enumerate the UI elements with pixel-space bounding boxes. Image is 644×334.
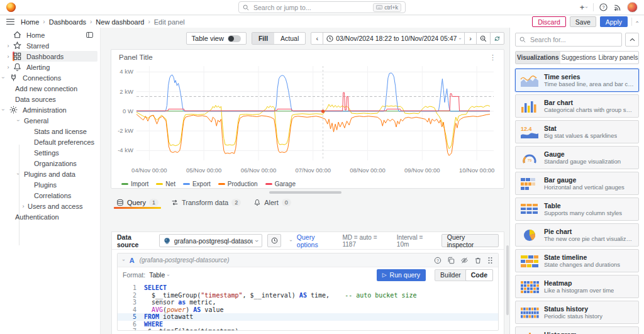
time-shift-forward-button[interactable]: ›: [464, 32, 477, 45]
panel-resize-handle[interactable]: [269, 191, 341, 194]
sql-line[interactable]: 4 AVG(power) AS value: [118, 306, 498, 314]
viz-type-bar-gauge[interactable]: Bar gauge Horizontal and vertical gauges: [515, 172, 639, 195]
datasource-help-button[interactable]: [267, 234, 281, 247]
new-menu-button[interactable]: +›: [580, 3, 587, 12]
sidebar-item-starred[interactable]: › Starred: [0, 40, 100, 51]
collapse-options-icon[interactable]: ›: [634, 21, 640, 23]
viz-type-pie-chart[interactable]: Pie chart The new core pie chart visuali…: [515, 223, 639, 247]
sidebar-item-users-and-access[interactable]: › Users and access: [0, 201, 100, 211]
global-search[interactable]: ctrl+k: [238, 1, 406, 13]
viz-type-status-history[interactable]: Status history Periodic status history: [515, 301, 639, 324]
viz-search[interactable]: [515, 33, 622, 47]
sql-line[interactable]: 1SELECT: [118, 284, 498, 292]
sidebar-item-administration[interactable]: › Administration: [0, 104, 100, 115]
time-series-icon: [520, 74, 539, 87]
format-select[interactable]: Table›: [149, 271, 169, 279]
breadcrumb-item-new-dashboard[interactable]: New dashboard: [96, 18, 144, 26]
sidebar-item-stats-and-license[interactable]: Stats and license: [0, 126, 100, 136]
viz-type-heatmap[interactable]: Heatmap Like a histogram over time: [515, 275, 639, 298]
refresh-button[interactable]: [490, 32, 504, 45]
sidebar-item-correlations[interactable]: Correlations: [0, 190, 100, 201]
sidebar-item-plugins[interactable]: Plugins: [0, 179, 100, 190]
sidebar-item-home[interactable]: Home: [0, 30, 100, 40]
builder-button[interactable]: Builder: [435, 270, 466, 281]
viz-type-state-timeline[interactable]: State timeline State changes and duratio…: [515, 249, 639, 272]
sidebar-item-default-preferences[interactable]: Default preferences: [0, 136, 100, 147]
sidebar-item-data-sources[interactable]: Data sources: [0, 94, 100, 104]
panel-menu-icon[interactable]: ⋮: [489, 53, 496, 62]
news-icon[interactable]: [613, 3, 621, 11]
help-icon[interactable]: ?: [599, 3, 608, 11]
global-search-input[interactable]: [252, 3, 370, 12]
collapse-viz-panel-button[interactable]: [625, 33, 639, 47]
table-view-switch[interactable]: [228, 35, 241, 42]
tab-transform-data[interactable]: Transform data2: [166, 199, 246, 209]
actual-button[interactable]: Actual: [274, 33, 305, 44]
viz-type-desc: Horizontal and vertical gauges: [544, 184, 625, 191]
legend-item-net[interactable]: Net: [156, 181, 175, 187]
chevron-icon: ›: [0, 106, 9, 114]
time-shift-back-button[interactable]: ‹: [311, 32, 323, 45]
query-collapse-icon[interactable]: ›: [121, 259, 126, 261]
query-inspector-button[interactable]: Query inspector: [441, 234, 499, 247]
sql-line[interactable]: 7 $__timeFilter(timestamp): [118, 328, 498, 330]
viz-type-stat[interactable]: 12.4 Stat Big stat values & sparklines: [515, 120, 639, 143]
viz-type-table[interactable]: Table Supports many column styles: [515, 198, 639, 221]
apply-button[interactable]: Apply: [600, 16, 628, 27]
sidebar-item-dashboards[interactable]: › Dashboards: [0, 51, 100, 62]
viz-tab-suggestions[interactable]: Suggestions: [560, 52, 597, 64]
sidebar-item-organizations[interactable]: Organizations: [0, 158, 100, 169]
time-range-picker[interactable]: 03/Nov/2024 18:22 to 10/Nov/2024 05:47 ›: [323, 32, 465, 45]
breadcrumb-item-dashboards[interactable]: Dashboards: [49, 18, 86, 26]
top-nav-bar: ctrl+k +› ?: [0, 0, 644, 15]
viz-type-gauge[interactable]: 79 Gauge Standard gauge visualization: [515, 146, 639, 169]
sidebar-item-connections[interactable]: › Connections: [0, 72, 100, 83]
legend-item-import[interactable]: Import: [121, 181, 148, 187]
time-series-chart[interactable]: 4 kW2 kW0 W-2 kW-4 kW04/Nov 00:0005/Nov …: [115, 62, 495, 178]
legend-item-production[interactable]: Production: [218, 181, 258, 187]
table-view-toggle[interactable]: Table view: [186, 32, 247, 45]
disable-query-icon[interactable]: [460, 257, 469, 264]
save-button[interactable]: Save: [570, 16, 596, 27]
legend-item-export[interactable]: Export: [183, 181, 211, 187]
tab-query[interactable]: Query1: [111, 199, 164, 209]
zoom-out-button[interactable]: [476, 32, 491, 45]
sql-line[interactable]: 5FROM iotawatt: [118, 313, 498, 321]
duplicate-query-icon[interactable]: [447, 257, 455, 264]
tab-alert[interactable]: Alert0: [248, 199, 296, 209]
sidebar-item-general[interactable]: › General: [0, 115, 100, 126]
annotation-marker[interactable]: [321, 109, 325, 113]
discard-button[interactable]: Discard: [532, 16, 566, 27]
viz-type-time-series[interactable]: Time series Time based line, area and ba…: [515, 69, 639, 92]
query-options-chevron-icon[interactable]: ›: [288, 240, 294, 242]
query-options-button[interactable]: Query options: [297, 233, 338, 248]
menu-toggle-icon[interactable]: [6, 19, 14, 25]
run-query-button[interactable]: ▷Run query: [377, 269, 426, 281]
sql-line[interactable]: 6WHERE: [118, 321, 498, 328]
viz-tab-library-panels[interactable]: Library panels: [597, 52, 639, 64]
sidebar-item-alerting[interactable]: › Alerting: [0, 62, 100, 72]
viz-tab-visualizations[interactable]: Visualizations: [516, 52, 560, 64]
sql-line[interactable]: 2 $__timeGroup("timestamp", $__interval)…: [118, 292, 498, 299]
sql-line[interactable]: 3 sensor as metric,: [118, 299, 498, 306]
sidebar-item-plugins-and-data[interactable]: › Plugins and data: [0, 169, 100, 179]
legend-item-garage[interactable]: Garage: [265, 181, 296, 187]
code-button[interactable]: Code: [465, 269, 493, 281]
viz-type-bar-chart[interactable]: Bar chart Categorical charts with group …: [515, 94, 639, 118]
drag-handle-icon[interactable]: [487, 257, 493, 264]
user-avatar[interactable]: [627, 2, 638, 13]
viz-search-input[interactable]: [529, 35, 618, 44]
sidebar-item-authentication[interactable]: Authentication: [0, 211, 100, 222]
sql-code-editor[interactable]: 1SELECT2 $__timeGroup("timestamp", $__in…: [118, 282, 498, 330]
delete-query-icon[interactable]: [474, 257, 482, 264]
viz-type-histogram[interactable]: Histogram Distribution of values present…: [515, 326, 639, 334]
query-ref[interactable]: A: [130, 257, 135, 264]
breadcrumb-item-home[interactable]: Home: [21, 18, 39, 26]
dock-menu-icon[interactable]: [86, 31, 94, 39]
datasource-picker[interactable]: grafana-postgresql-datasoun ›: [159, 234, 262, 247]
fill-button[interactable]: Fill: [252, 33, 274, 44]
sidebar-item-settings[interactable]: Settings: [0, 147, 100, 158]
sidebar-item-add-new-connection[interactable]: Add new connection: [0, 83, 100, 94]
query-help-icon[interactable]: ?: [434, 257, 441, 264]
grafana-logo-icon[interactable]: [6, 3, 16, 12]
